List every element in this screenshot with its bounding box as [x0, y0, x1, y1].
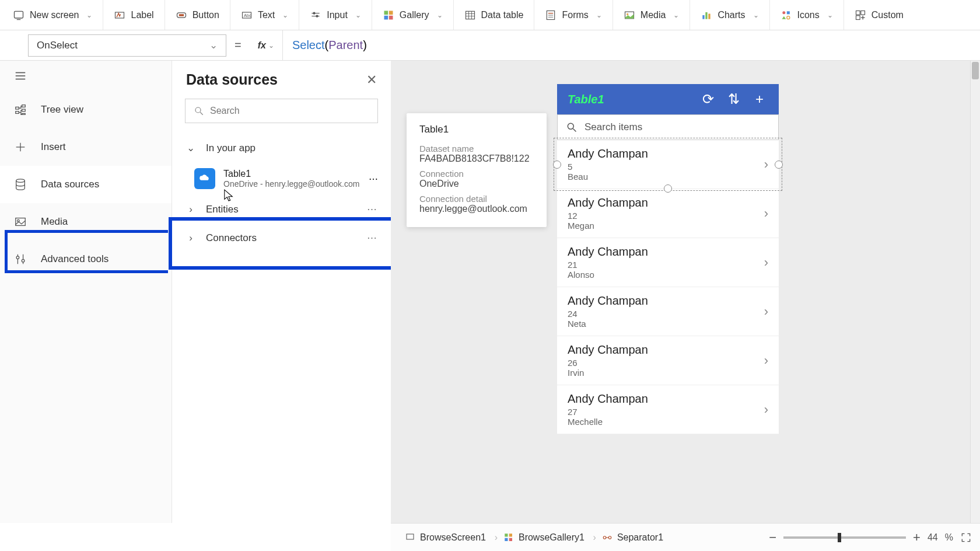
gallery-button[interactable]: Gallery ⌄: [372, 0, 454, 30]
chevron-right-icon[interactable]: ›: [764, 304, 768, 319]
fx-button[interactable]: fx ⌄: [250, 30, 283, 60]
input-label: Input: [327, 10, 348, 20]
new-screen-button[interactable]: New screen ⌄: [2, 0, 103, 30]
svg-line-58: [573, 129, 576, 132]
resize-handle[interactable]: [664, 184, 672, 193]
nav-data-sources-label: Data sources: [41, 179, 99, 190]
chevron-down-icon: ⌄: [209, 39, 218, 51]
data-source-name: Table1: [223, 169, 359, 179]
svg-point-29: [782, 11, 785, 14]
vertical-scrollbar[interactable]: [970, 61, 980, 523]
svg-point-54: [22, 259, 24, 262]
input-button[interactable]: Input ⌄: [299, 0, 372, 30]
zoom-in-button[interactable]: +: [913, 530, 921, 545]
forms-label: Forms: [562, 10, 588, 20]
icons-icon: [780, 9, 792, 21]
chevron-right-icon[interactable]: ›: [764, 206, 768, 221]
sort-icon[interactable]: ⇅: [725, 91, 743, 107]
more-button[interactable]: ⋯: [369, 173, 378, 184]
more-button[interactable]: ⋯: [367, 232, 378, 244]
nav-media[interactable]: Media: [0, 203, 172, 240]
gallery-item[interactable]: Andy Champan27Mechelle›: [557, 385, 779, 434]
data-table-button[interactable]: Data table: [454, 0, 535, 30]
nav-data-sources[interactable]: Data sources: [0, 166, 172, 203]
nav-tree-view[interactable]: Tree view: [0, 91, 172, 128]
resize-handle[interactable]: [553, 161, 561, 169]
gallery-item[interactable]: Andy Champan21Alonso›: [557, 238, 779, 287]
chevron-down-icon: ⌄: [596, 11, 602, 19]
nav-advanced-tools-label: Advanced tools: [41, 253, 108, 265]
onedrive-icon: [194, 168, 215, 189]
screen-icon: [405, 532, 415, 543]
zoom-slider[interactable]: [783, 536, 906, 539]
resize-handle[interactable]: [775, 161, 783, 169]
charts-button[interactable]: Charts ⌄: [690, 0, 769, 30]
breadcrumb-item[interactable]: Separator1: [596, 529, 669, 546]
svg-point-9: [313, 12, 316, 14]
nav-advanced-tools[interactable]: Advanced tools: [0, 240, 172, 278]
gallery-item[interactable]: Andy Champan5Beau›: [557, 140, 779, 189]
gallery-item[interactable]: Andy Champan12Megan›: [557, 189, 779, 238]
section-connectors[interactable]: › Connectors ⋯: [172, 224, 391, 252]
scrollbar-thumb[interactable]: [972, 62, 979, 79]
custom-button[interactable]: Custom: [844, 0, 914, 30]
chevron-down-icon: ⌄: [268, 41, 274, 50]
property-select[interactable]: OnSelect ⌄: [28, 34, 226, 57]
button-icon: [176, 9, 187, 21]
svg-point-25: [626, 13, 628, 15]
item-name: Andy Champan: [568, 147, 648, 161]
icons-button[interactable]: Icons ⌄: [770, 0, 844, 30]
slider-knob[interactable]: [838, 533, 841, 542]
media-button[interactable]: Media ⌄: [613, 0, 691, 30]
app-search-input[interactable]: Search items: [557, 114, 779, 140]
breadcrumb-item[interactable]: BrowseGallery1 ›: [498, 529, 590, 546]
hamburger-button[interactable]: [0, 61, 172, 91]
search-icon: [566, 121, 578, 133]
chevron-down-icon: ⌄: [185, 142, 197, 154]
chevron-down-icon: ⌄: [437, 11, 443, 19]
forms-button[interactable]: Forms ⌄: [534, 0, 612, 30]
item-sub: Neta: [568, 319, 648, 329]
section-entities[interactable]: › Entities ⋯: [172, 195, 391, 224]
svg-rect-11: [384, 11, 388, 15]
chevron-right-icon[interactable]: ›: [764, 157, 768, 172]
canvas[interactable]: Table1 Dataset name FA4BADB8183CF7B8!122…: [391, 61, 980, 523]
svg-rect-33: [856, 11, 860, 15]
svg-rect-60: [505, 533, 508, 536]
svg-rect-41: [16, 107, 19, 109]
item-name: Andy Champan: [568, 294, 648, 308]
zoom-out-button[interactable]: −: [769, 530, 776, 545]
svg-point-65: [608, 536, 611, 539]
search-input[interactable]: Search: [185, 99, 378, 123]
svg-rect-0: [15, 11, 23, 18]
formula-input[interactable]: Select(Parent): [283, 30, 980, 60]
formula-function: Select: [292, 39, 325, 52]
left-nav-rail: Tree view Insert Data sources Media Adva…: [0, 61, 172, 523]
gallery-item[interactable]: Andy Champan26Irvin›: [557, 336, 779, 385]
chevron-right-icon[interactable]: ›: [764, 353, 768, 368]
text-button[interactable]: Abc Text ⌄: [230, 0, 299, 30]
svg-point-57: [568, 123, 573, 129]
add-icon[interactable]: +: [751, 91, 768, 107]
breadcrumb-item[interactable]: BrowseScreen1 ›: [399, 529, 492, 546]
gallery-item[interactable]: Andy Champan24Neta›: [557, 287, 779, 336]
nav-insert[interactable]: Insert: [0, 128, 172, 166]
label-button[interactable]: Label: [103, 0, 164, 30]
more-button[interactable]: ⋯: [367, 203, 378, 215]
breadcrumb-label: BrowseScreen1: [420, 532, 486, 543]
svg-point-55: [195, 107, 201, 113]
data-source-table1[interactable]: Table1 OneDrive - henry.legge@outlook.co…: [172, 162, 391, 195]
chevron-right-icon[interactable]: ›: [764, 255, 768, 270]
button-button[interactable]: Button: [165, 0, 230, 30]
search-placeholder: Search: [210, 106, 240, 116]
data-table-label: Data table: [481, 10, 524, 20]
refresh-icon[interactable]: ⟳: [699, 91, 717, 107]
chevron-right-icon[interactable]: ›: [764, 402, 768, 417]
close-panel-button[interactable]: ✕: [366, 72, 377, 88]
new-screen-label: New screen: [30, 10, 79, 20]
section-in-your-app[interactable]: ⌄ In your app: [172, 134, 391, 162]
data-source-subtitle: OneDrive - henry.legge@outlook.com: [223, 179, 359, 189]
label-label: Label: [131, 10, 153, 20]
fullscreen-icon[interactable]: [960, 532, 972, 543]
svg-rect-44: [22, 109, 26, 111]
